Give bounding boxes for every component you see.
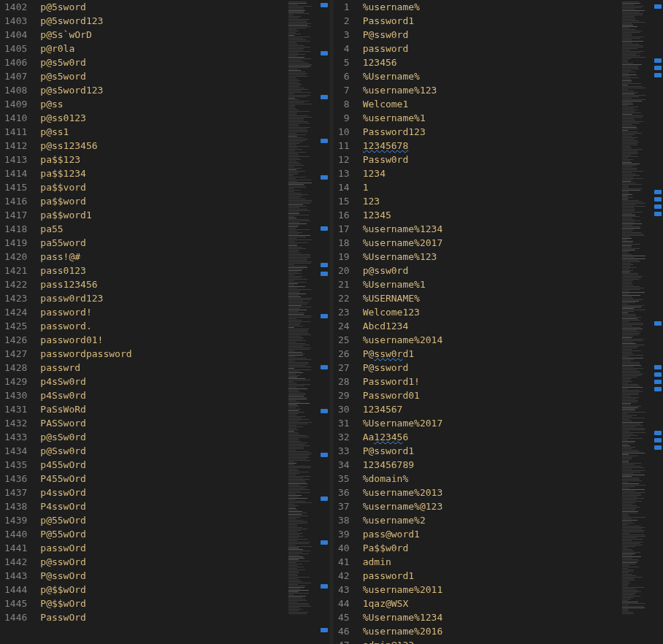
code-line[interactable]: p@s5word123	[40, 83, 284, 97]
code-line[interactable]: P455wOrd	[40, 472, 284, 486]
code-line[interactable]: p@5sword	[40, 0, 284, 14]
code-line[interactable]: p@Ssw0rd	[40, 444, 284, 458]
minimap-right[interactable]	[618, 0, 653, 644]
code-line[interactable]: Password1	[363, 14, 618, 28]
code-line[interactable]: p@sswOrd	[40, 555, 284, 569]
code-line[interactable]: Welcome123	[363, 305, 618, 319]
code-line[interactable]: %username%1234	[363, 222, 618, 236]
overview-ruler-left[interactable]	[319, 0, 329, 644]
code-line[interactable]: admin@123	[363, 638, 618, 644]
code-line[interactable]: p@ssw0rd	[363, 264, 618, 277]
code-line[interactable]: password1	[363, 569, 618, 583]
code-line[interactable]: P@ssw0rd1	[363, 347, 618, 361]
code-line[interactable]: p455wOrd	[40, 458, 284, 472]
code-line[interactable]: passw0rd123	[40, 291, 284, 305]
code-line[interactable]: p@r0la	[40, 42, 284, 55]
code-line[interactable]: %Username%2017	[363, 416, 618, 430]
code-line[interactable]: 1234	[363, 166, 618, 180]
code-line[interactable]: p@Ss`wOrD	[40, 28, 284, 42]
code-line[interactable]: Abcd1234	[363, 319, 618, 333]
code-line[interactable]: PASSword	[40, 416, 284, 430]
code-line[interactable]: %Username%1	[363, 277, 618, 291]
code-left[interactable]: p@5swordp@5sword123p@Ss`wOrDp@r0lap@s5w0…	[40, 0, 284, 644]
code-line[interactable]: p@$$wOrd	[40, 583, 284, 597]
code-line[interactable]: %Username%1234	[363, 610, 618, 624]
code-line[interactable]: %domain%	[363, 472, 618, 486]
code-line[interactable]: admin	[363, 555, 618, 569]
code-line[interactable]: 12345678	[363, 139, 618, 153]
code-line[interactable]: passwordpassword	[40, 347, 284, 361]
code-line[interactable]: %Username%	[363, 69, 618, 83]
code-line[interactable]: Pa$$w0rd	[363, 541, 618, 555]
code-line[interactable]: p@s5w0rd	[40, 55, 284, 69]
code-line[interactable]: Aa123456	[363, 430, 618, 444]
code-line[interactable]: P@$$wOrd	[40, 597, 284, 610]
code-line[interactable]: %username%2016	[363, 624, 618, 638]
code-line[interactable]: password	[363, 42, 618, 55]
code-line[interactable]: p@ss	[40, 97, 284, 111]
code-line[interactable]: p4sswOrd	[40, 486, 284, 499]
code-line[interactable]: pa55	[40, 222, 284, 236]
code-line[interactable]: p4Ssw0rd	[40, 388, 284, 402]
code-line[interactable]: %username%2011	[363, 583, 618, 597]
minimap-left[interactable]	[284, 0, 319, 644]
code-line[interactable]: P@ssw0rd	[363, 28, 618, 42]
code-line[interactable]: %username%2013	[363, 486, 618, 499]
code-line[interactable]: %username%2017	[363, 236, 618, 250]
code-line[interactable]: Welcome1	[363, 97, 618, 111]
code-line[interactable]: %username%1	[363, 111, 618, 125]
code-line[interactable]: pa$$1234	[40, 166, 284, 180]
code-line[interactable]: passwrd	[40, 361, 284, 375]
code-line[interactable]: password.	[40, 319, 284, 333]
editor-left[interactable]: 1402140314041405140614071408140914101411…	[0, 0, 329, 644]
code-right[interactable]: %username%Password1P@ssw0rdpassword12345…	[363, 0, 618, 644]
code-line[interactable]: 123456	[363, 55, 618, 69]
code-line[interactable]: pa$$word1	[40, 208, 284, 222]
code-line[interactable]: %username%@123	[363, 499, 618, 513]
code-line[interactable]: P@sswOrd	[40, 569, 284, 583]
code-line[interactable]: p@sSw0rd	[40, 430, 284, 444]
code-line[interactable]: 1	[363, 180, 618, 194]
code-line[interactable]: PasswOrd	[40, 610, 284, 624]
code-line[interactable]: %username%2	[363, 513, 618, 527]
code-line[interactable]: 123456789	[363, 458, 618, 472]
code-line[interactable]: p@s5word	[40, 69, 284, 83]
code-line[interactable]: %username%123	[363, 83, 618, 97]
code-line[interactable]: p@ss0123	[40, 111, 284, 125]
code-line[interactable]: pass123456	[40, 277, 284, 291]
code-line[interactable]: password01!	[40, 333, 284, 347]
code-line[interactable]: p4sSw0rd	[40, 375, 284, 388]
code-line[interactable]: 12345	[363, 208, 618, 222]
code-line[interactable]: P@55wOrd	[40, 527, 284, 541]
code-line[interactable]: %USERNAME%	[363, 291, 618, 305]
code-line[interactable]: pa$$word	[40, 194, 284, 208]
editor-right[interactable]: 1234567891011121314151617181920212223242…	[334, 0, 663, 644]
code-line[interactable]: pa$$vord	[40, 180, 284, 194]
code-line[interactable]: pa55word	[40, 236, 284, 250]
code-line[interactable]: pass@word1	[363, 527, 618, 541]
code-line[interactable]: %username%	[363, 0, 618, 14]
code-line[interactable]: Password123	[363, 125, 618, 139]
code-line[interactable]: Password01	[363, 388, 618, 402]
code-line[interactable]: password!	[40, 305, 284, 319]
code-line[interactable]: p@5sword123	[40, 14, 284, 28]
code-line[interactable]: P@ssword	[363, 361, 618, 375]
overview-ruler-right[interactable]	[653, 0, 663, 644]
code-line[interactable]: 123	[363, 194, 618, 208]
code-line[interactable]: p@55wOrd	[40, 513, 284, 527]
code-line[interactable]: Passw0rd	[363, 153, 618, 166]
code-line[interactable]: p@ss1	[40, 125, 284, 139]
code-line[interactable]: Password1!	[363, 375, 618, 388]
code-line[interactable]: P4sswOrd	[40, 499, 284, 513]
code-line[interactable]: 1234567	[363, 402, 618, 416]
code-line[interactable]: pass0123	[40, 264, 284, 277]
code-line[interactable]: p@ss123456	[40, 139, 284, 153]
code-line[interactable]: PaSsWoRd	[40, 402, 284, 416]
code-line[interactable]: 1qaz@WSX	[363, 597, 618, 610]
code-line[interactable]: %username%2014	[363, 333, 618, 347]
code-line[interactable]: passwOrd	[40, 541, 284, 555]
code-line[interactable]: %Username%123	[363, 250, 618, 264]
code-line[interactable]: P@ssword1	[363, 444, 618, 458]
code-line[interactable]: pass!@#	[40, 250, 284, 264]
code-line[interactable]: pa$$123	[40, 153, 284, 166]
